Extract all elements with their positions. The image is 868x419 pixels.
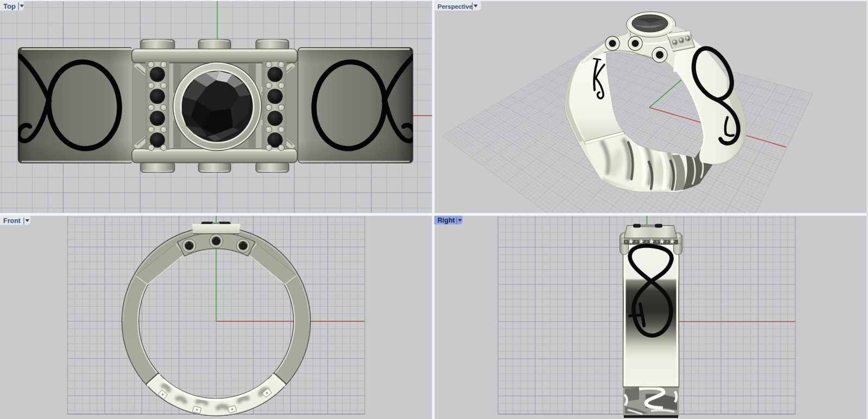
svg-text:Front: Front [3,217,21,225]
svg-text:Right: Right [438,217,456,224]
svg-text:Perspective: Perspective [438,3,473,10]
svg-text:Top: Top [3,2,16,10]
